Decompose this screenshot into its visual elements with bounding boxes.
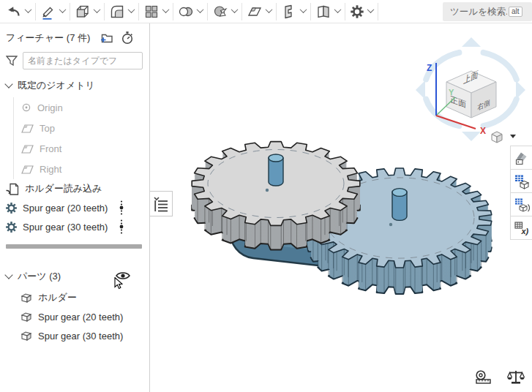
sketch-pencil-icon[interactable] (40, 4, 56, 20)
plane-top-icon (21, 124, 34, 133)
axis-z-label: Z (427, 63, 432, 73)
feature-panel-header: フィーチャー (7 件) (0, 23, 149, 46)
fillet-icon[interactable] (109, 4, 125, 20)
model-viewport[interactable]: 上面 正面 右側 Z Y X (150, 23, 532, 392)
axis-x-label: X (480, 126, 486, 136)
rib-menu-chevron[interactable] (300, 6, 307, 13)
history-stopwatch-icon[interactable] (121, 31, 134, 45)
boolean-tool[interactable] (173, 3, 208, 20)
boolean-menu-chevron[interactable] (197, 6, 204, 13)
viewport-bottom-tools (474, 369, 525, 385)
transform-icon[interactable] (212, 4, 228, 20)
list-flyout-icon (152, 195, 170, 214)
display-states-button[interactable] (510, 192, 532, 216)
appearance-icon (514, 150, 530, 166)
parts-section[interactable]: パーツ (3) (0, 265, 149, 288)
pattern-tool[interactable] (139, 3, 173, 20)
default-geometry-label: 既定のジオメトリ (18, 79, 95, 92)
import-icon (5, 182, 20, 196)
gear-assembly[interactable] (192, 142, 492, 294)
bom-table-button[interactable] (510, 169, 532, 193)
bom-table-icon (514, 173, 530, 189)
axis-y-label: Y (449, 88, 454, 97)
collapse-chevron-icon[interactable] (4, 271, 12, 279)
pattern-menu-chevron[interactable] (162, 6, 170, 13)
settings-gear-icon[interactable] (350, 4, 364, 19)
panel-flyout-tab[interactable] (150, 191, 173, 216)
tree-item-front[interactable]: Front (14, 138, 149, 159)
plane-front-icon (21, 144, 34, 154)
boolean-icon[interactable] (178, 4, 194, 20)
part-icon (20, 291, 33, 304)
settings-tool[interactable] (345, 3, 378, 20)
tool-search-input[interactable] (449, 6, 509, 18)
origin-icon (21, 102, 31, 113)
tree-item-top[interactable]: Top (14, 118, 149, 138)
axis-dots-icon (119, 219, 124, 235)
mouse-cursor-icon (114, 277, 123, 290)
part-item-spur-gear-30[interactable]: Spur gear (30 teeth) (0, 326, 149, 345)
feature-item-spur-gear-20[interactable]: Spur gear (20 teeth) (0, 198, 149, 217)
variables-glyph: x) (520, 227, 528, 235)
collapse-chevron-icon[interactable] (4, 80, 12, 88)
rib-tool[interactable] (277, 3, 311, 20)
part-item-holder[interactable]: ホルダー (0, 288, 149, 307)
extrude-icon[interactable] (75, 4, 91, 20)
pattern-icon[interactable] (143, 4, 160, 20)
mass-properties-icon[interactable] (506, 369, 525, 385)
features-title: フィーチャー (7 件) (6, 31, 90, 45)
split-icon[interactable] (315, 4, 331, 20)
right-tool-panel: x) (510, 146, 532, 239)
measure-icon[interactable] (474, 369, 496, 385)
extrude-tool[interactable] (70, 3, 105, 20)
extrude-menu-chevron[interactable] (94, 6, 101, 13)
split-tool[interactable] (311, 3, 345, 20)
rib-icon[interactable] (281, 4, 297, 20)
fillet-tool[interactable] (105, 3, 139, 20)
rollback-bar[interactable] (6, 244, 142, 249)
appearance-button[interactable] (510, 146, 532, 170)
axis-dots-icon (119, 200, 124, 216)
undo-tool[interactable] (1, 3, 36, 20)
plane-tool[interactable] (242, 3, 277, 20)
transform-menu-chevron[interactable] (231, 6, 239, 13)
feature-panel: フィーチャー (7 件) 既定のジオメトリ (0, 23, 150, 392)
feature-item-holder-import[interactable]: ホルダー読み込み (0, 179, 149, 198)
view-cube-small-icon[interactable] (489, 129, 505, 144)
feature-item-spur-gear-30[interactable]: Spur gear (30 teeth) (0, 217, 149, 236)
split-menu-chevron[interactable] (334, 6, 342, 13)
plane-right-icon (21, 165, 34, 174)
tree-item-right[interactable]: Right (14, 159, 149, 179)
view-options-chevron[interactable] (510, 135, 516, 138)
part-icon (20, 310, 33, 323)
gear-feature-icon (5, 221, 18, 233)
view-options-dropdown[interactable] (489, 129, 516, 144)
undo-menu-chevron[interactable] (25, 6, 32, 13)
parts-title: パーツ (3) (18, 270, 61, 283)
sketch-menu-chevron[interactable] (59, 6, 67, 13)
tree-item-origin[interactable]: Origin (14, 97, 149, 118)
transform-tool[interactable] (208, 3, 242, 20)
sketch-tool[interactable] (36, 3, 70, 20)
settings-menu-chevron[interactable] (367, 6, 375, 13)
fillet-menu-chevron[interactable] (128, 6, 135, 13)
main-toolbar: alt (0, 0, 532, 23)
variables-button[interactable]: x) (510, 216, 532, 240)
filter-funnel-icon[interactable] (6, 56, 18, 66)
tool-search-box[interactable]: alt (443, 2, 532, 21)
plane-menu-chevron[interactable] (266, 6, 273, 13)
default-geometry-section[interactable]: 既定のジオメトリ (0, 74, 149, 97)
undo-icon[interactable] (6, 4, 22, 20)
gear-feature-icon (5, 202, 18, 214)
variables-icon: x) (514, 220, 530, 236)
part-item-spur-gear-20[interactable]: Spur gear (20 teeth) (0, 307, 149, 326)
feature-filter-input[interactable] (23, 52, 143, 69)
search-shortcut-badge: alt (509, 7, 522, 17)
plane-icon[interactable] (247, 4, 263, 20)
display-states-icon (514, 197, 530, 213)
part-icon (20, 329, 33, 342)
add-folder-icon[interactable] (100, 31, 113, 44)
